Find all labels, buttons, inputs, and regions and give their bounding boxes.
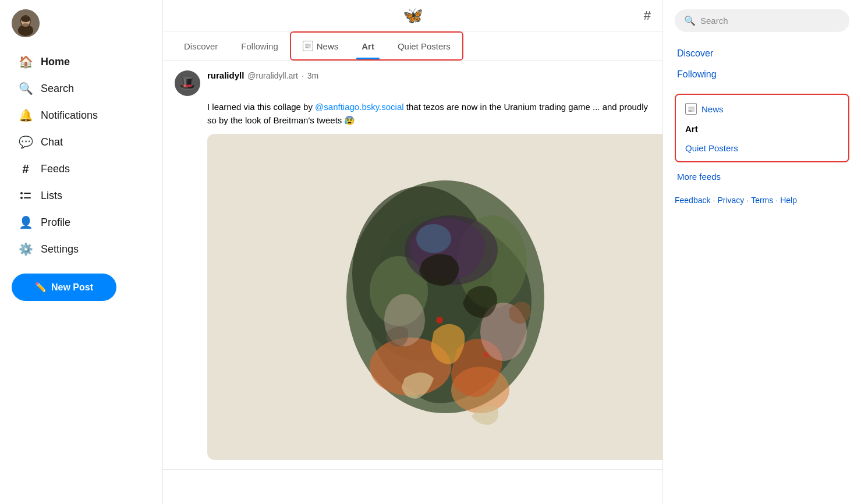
post-item: 🎩 ruralidyll @ruralidyll.art · 3m I lear…: [163, 61, 662, 470]
sidebar-item-settings[interactable]: ⚙️ Settings: [12, 236, 151, 262]
right-nav-following[interactable]: Following: [675, 65, 849, 84]
chat-icon: 💬: [19, 135, 33, 149]
tab-art[interactable]: Art: [350, 33, 386, 59]
more-feeds-link[interactable]: More feeds: [675, 169, 849, 184]
right-feed-news-label: News: [701, 104, 724, 114]
post-header: 🎩 ruralidyll @ruralidyll.art · 3m: [175, 70, 651, 96]
right-nav-discover[interactable]: Discover: [675, 44, 849, 63]
sidebar-item-chat[interactable]: 💬 Chat: [12, 129, 151, 155]
svg-point-4: [21, 16, 30, 22]
tab-discover[interactable]: Discover: [172, 33, 229, 59]
sidebar-item-settings-label: Settings: [41, 243, 79, 255]
bell-icon: 🔔: [19, 108, 33, 122]
sidebar-item-search-label: Search: [41, 83, 74, 95]
sidebar-item-home-label: Home: [41, 56, 70, 68]
svg-rect-7: [24, 193, 31, 194]
lists-icon: [19, 189, 33, 203]
post-text: I learned via this collage by @sanftiago…: [175, 101, 651, 127]
new-post-label: New Post: [51, 282, 93, 293]
right-feed-quiet-posters-label: Quiet Posters: [685, 143, 738, 153]
bluesky-logo: 🦋: [403, 6, 423, 25]
news-tab-icon: 📰: [303, 41, 313, 51]
sidebar-item-lists[interactable]: Lists: [12, 183, 151, 208]
svg-point-21: [483, 352, 489, 358]
footer-sep-3: ·: [775, 196, 778, 205]
home-icon: 🏠: [19, 55, 33, 69]
sidebar-nav: 🏠 Home 🔍 Search 🔔 Notifications 💬 Chat #…: [12, 49, 151, 262]
right-feed-art[interactable]: Art: [683, 120, 841, 137]
svg-point-20: [436, 317, 443, 324]
news-feed-icon: 📰: [685, 103, 697, 115]
sidebar-item-profile[interactable]: 👤 Profile: [12, 210, 151, 235]
svg-point-22: [416, 224, 451, 253]
new-post-button[interactable]: ✏️ New Post: [12, 274, 116, 301]
footer-privacy[interactable]: Privacy: [717, 196, 744, 205]
selected-feeds-box: 📰 News Art Quiet Posters: [290, 31, 463, 61]
user-avatar[interactable]: [12, 9, 40, 37]
svg-point-6: [20, 192, 23, 194]
sidebar-item-feeds-label: Feeds: [41, 163, 70, 175]
post-image[interactable]: [207, 134, 663, 460]
right-sidebar: 🔍 Search Discover Following 📰 News Art Q…: [663, 0, 861, 504]
svg-point-5: [22, 23, 29, 27]
footer-sep-2: ·: [746, 196, 749, 205]
tab-news[interactable]: 📰 News: [291, 33, 350, 59]
svg-rect-9: [24, 197, 31, 198]
post-text-before-link: I learned via this collage by: [207, 102, 315, 112]
right-feed-art-label: Art: [685, 124, 698, 134]
sidebar-item-lists-label: Lists: [41, 190, 62, 202]
search-placeholder: Search: [700, 16, 728, 26]
footer-feedback[interactable]: Feedback: [675, 196, 710, 205]
sidebar-item-search[interactable]: 🔍 Search: [12, 76, 151, 101]
right-feed-news[interactable]: 📰 News: [683, 100, 841, 118]
left-sidebar: 🏠 Home 🔍 Search 🔔 Notifications 💬 Chat #…: [0, 0, 163, 504]
post-separator: ·: [302, 71, 304, 80]
edit-icon: ✏️: [35, 282, 47, 293]
sidebar-item-notifications-label: Notifications: [41, 109, 98, 122]
post-meta: ruralidyll @ruralidyll.art · 3m: [207, 70, 318, 80]
footer-sep-1: ·: [713, 196, 715, 205]
profile-icon: 👤: [19, 215, 33, 229]
footer-links: Feedback · Privacy · Terms · Help: [675, 196, 849, 205]
gear-icon: ⚙️: [19, 242, 33, 256]
feeds-icon: #: [19, 162, 33, 176]
post-avatar[interactable]: 🎩: [175, 70, 200, 96]
post-author-name[interactable]: ruralidyll: [207, 70, 244, 80]
post-avatar-emoji: 🎩: [179, 75, 196, 91]
search-box[interactable]: 🔍 Search: [675, 9, 849, 32]
right-feed-quiet-posters[interactable]: Quiet Posters: [683, 140, 841, 157]
sidebar-item-feeds[interactable]: # Feeds: [12, 156, 151, 182]
footer-help[interactable]: Help: [780, 196, 797, 205]
svg-point-8: [20, 197, 23, 199]
main-content: 🦋 # Discover Following 📰 News Art Quiet …: [163, 0, 663, 504]
right-nav: Discover Following: [675, 44, 849, 84]
right-feeds-box: 📰 News Art Quiet Posters: [675, 94, 849, 162]
tab-quiet-posters[interactable]: Quiet Posters: [386, 33, 462, 59]
sidebar-item-chat-label: Chat: [41, 136, 63, 148]
tab-following[interactable]: Following: [229, 33, 289, 59]
post-link[interactable]: @sanftiago.bsky.social: [315, 102, 404, 112]
sidebar-item-profile-label: Profile: [41, 216, 70, 229]
tabs-bar: Discover Following 📰 News Art Quiet Post…: [163, 31, 662, 61]
main-header: 🦋 #: [163, 0, 662, 31]
post-time: 3m: [307, 71, 318, 80]
footer-terms[interactable]: Terms: [751, 196, 773, 205]
art-svg: [306, 145, 585, 448]
post-author: ruralidyll @ruralidyll.art · 3m: [207, 70, 318, 80]
sidebar-item-notifications[interactable]: 🔔 Notifications: [12, 102, 151, 128]
post-author-handle[interactable]: @ruralidyll.art: [247, 71, 298, 80]
search-icon-right: 🔍: [684, 15, 696, 26]
search-icon: 🔍: [19, 81, 33, 95]
sidebar-item-home[interactable]: 🏠 Home: [12, 49, 151, 74]
trending-button[interactable]: #: [644, 8, 651, 23]
